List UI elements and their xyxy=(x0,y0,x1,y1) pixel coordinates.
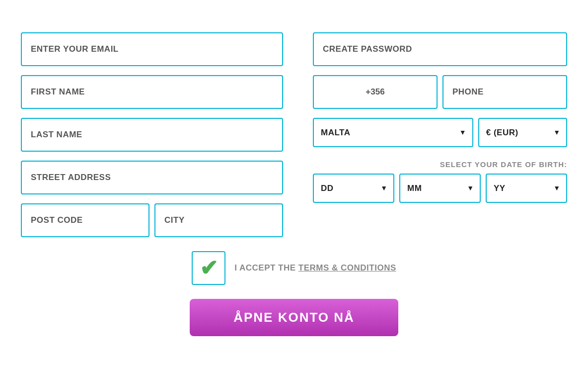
dob-label: SELECT YOUR DATE OF BIRTH: xyxy=(440,156,567,171)
country-select[interactable]: MALTA NORWAY SWEDEN FINLAND GERMANY xyxy=(313,118,473,147)
dob-section: SELECT YOUR DATE OF BIRTH: DD 01020304 0… xyxy=(313,156,567,203)
mm-select-wrapper: MM 01020304 05060708 09101112 xyxy=(399,174,481,203)
yy-select-wrapper: YY 199019911992 199319941995 19961997199… xyxy=(486,174,567,203)
phone-prefix-input[interactable] xyxy=(313,75,438,109)
password-input[interactable] xyxy=(313,32,567,66)
city-input[interactable] xyxy=(154,203,283,237)
lastname-input[interactable] xyxy=(21,118,283,152)
phone-group xyxy=(313,75,567,109)
terms-checkbox[interactable]: ✔ xyxy=(192,251,225,285)
postcode-city-group xyxy=(21,203,283,237)
postcode-input[interactable] xyxy=(21,203,149,237)
dob-group: DD 01020304 05060708 09101112 13141516 1… xyxy=(313,174,567,203)
yy-select[interactable]: YY 199019911992 199319941995 19961997199… xyxy=(486,174,567,203)
left-column xyxy=(21,32,283,237)
street-input[interactable] xyxy=(21,161,283,194)
country-select-wrapper: MALTA NORWAY SWEDEN FINLAND GERMANY xyxy=(313,118,473,147)
dd-select-wrapper: DD 01020304 05060708 09101112 13141516 1… xyxy=(313,174,394,203)
terms-row: ✔ I ACCEPT THE TERMS & CONDITIONS xyxy=(21,251,567,285)
checkmark-icon: ✔ xyxy=(200,257,218,279)
mm-select[interactable]: MM 01020304 05060708 09101112 xyxy=(399,174,481,203)
email-input[interactable] xyxy=(21,32,283,66)
phone-input[interactable] xyxy=(442,75,567,109)
currency-select-wrapper: € (EUR) $ (USD) £ (GBP) kr (NOK) xyxy=(478,118,567,147)
terms-link[interactable]: TERMS & CONDITIONS xyxy=(298,263,396,273)
currency-select[interactable]: € (EUR) $ (USD) £ (GBP) kr (NOK) xyxy=(478,118,567,147)
form-grid: MALTA NORWAY SWEDEN FINLAND GERMANY € (E… xyxy=(21,32,567,237)
country-currency-group: MALTA NORWAY SWEDEN FINLAND GERMANY € (E… xyxy=(313,118,567,147)
submit-btn-row: ÅPNE KONTO NÅ xyxy=(21,299,567,336)
terms-text: I ACCEPT THE TERMS & CONDITIONS xyxy=(234,263,396,273)
firstname-input[interactable] xyxy=(21,75,283,109)
submit-button[interactable]: ÅPNE KONTO NÅ xyxy=(190,299,398,336)
right-column: MALTA NORWAY SWEDEN FINLAND GERMANY € (E… xyxy=(313,32,567,237)
registration-form: MALTA NORWAY SWEDEN FINLAND GERMANY € (E… xyxy=(11,17,577,351)
dd-select[interactable]: DD 01020304 05060708 09101112 13141516 1… xyxy=(313,174,394,203)
